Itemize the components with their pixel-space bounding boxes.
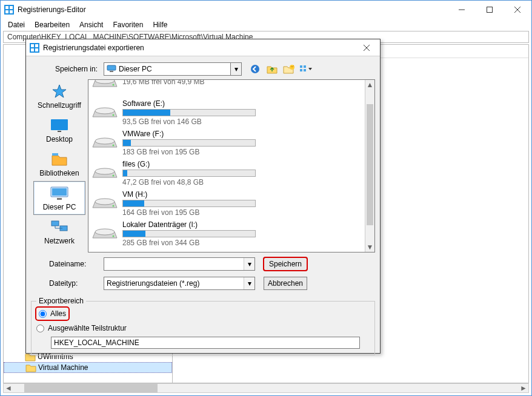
main-title: Registrierungs-Editor <box>18 5 86 14</box>
minimize-button[interactable] <box>448 1 476 19</box>
svg-rect-21 <box>304 65 306 68</box>
main-titlebar: Registrierungs-Editor <box>1 1 531 19</box>
filetype-combo[interactable]: Registrierungsdateien (*.reg) ▾ <box>104 277 255 290</box>
file-list[interactable]: 19,6 MB frei von 49,9 MBSoftware (E:)93,… <box>88 79 375 252</box>
desktop-icon <box>50 117 69 134</box>
menu-edit[interactable]: Bearbeiten <box>31 19 73 30</box>
sidebar-item-label: Desktop <box>46 135 73 144</box>
radio-all-label: Alles <box>50 309 66 318</box>
scroll-left-icon[interactable]: ◄ <box>4 384 13 392</box>
drive-icon <box>92 160 118 185</box>
svg-point-39 <box>113 175 115 177</box>
dialog-close-button[interactable] <box>353 39 380 56</box>
svg-point-41 <box>113 205 115 207</box>
save-button[interactable]: Speichern <box>264 257 307 271</box>
scroll-right-icon[interactable]: ► <box>519 384 528 392</box>
chevron-down-icon[interactable]: ▾ <box>244 277 254 289</box>
drive-free: 47,2 GB frei von 48,8 GB <box>122 178 256 186</box>
scroll-up-icon[interactable]: ▲ <box>365 80 374 90</box>
view-menu-icon[interactable] <box>300 63 312 75</box>
new-folder-icon[interactable] <box>283 63 295 75</box>
drive-row[interactable]: files (G:)47,2 GB frei von 48,8 GB <box>88 157 374 188</box>
drive-icon <box>92 79 118 94</box>
menu-help[interactable]: Hilfe <box>149 19 171 30</box>
regedit-icon <box>30 43 39 53</box>
tree-item-label: Virtual Machine <box>38 363 88 372</box>
svg-rect-13 <box>35 48 38 51</box>
export-range-group: Exportbereich Alles Ausgewählte Teilstru… <box>31 301 375 355</box>
svg-point-36 <box>95 138 115 144</box>
drive-row[interactable]: Lokaler Datenträger (I:)285 GB frei von … <box>88 218 374 248</box>
svg-rect-29 <box>57 198 62 200</box>
menubar: Datei Bearbeiten Ansicht Favoriten Hilfe <box>1 19 531 31</box>
sidebar-item-label: Dieser PC <box>43 203 76 211</box>
drive-row[interactable]: VM (H:)164 GB frei von 195 GB <box>88 188 374 218</box>
scroll-thumb[interactable] <box>24 384 158 392</box>
maximize-button[interactable] <box>476 1 504 19</box>
drive-name: files (G:) <box>122 160 256 168</box>
drive-row[interactable]: Software (E:)93,5 GB frei von 146 GB <box>88 97 374 127</box>
radio-selected-input[interactable] <box>36 325 44 332</box>
radio-all[interactable]: Alles <box>36 308 68 320</box>
export-dialog: Registrierungsdatei exportieren Speicher… <box>25 39 381 354</box>
svg-rect-25 <box>58 131 61 132</box>
sidebar-network[interactable]: Netzwerk <box>33 215 85 249</box>
drive-name: VMWare (F:) <box>122 130 256 138</box>
svg-point-32 <box>95 79 115 84</box>
thispc-icon <box>107 65 116 74</box>
sidebar-desktop[interactable]: Desktop <box>33 113 85 147</box>
sidebar-item-label: Schnellzugriff <box>38 101 81 110</box>
svg-rect-12 <box>31 48 34 51</box>
svg-rect-28 <box>52 188 67 196</box>
svg-rect-23 <box>304 69 306 71</box>
radio-selected[interactable]: Ausgewählte Teilstruktur <box>36 322 370 334</box>
svg-rect-4 <box>10 10 13 13</box>
chevron-down-icon[interactable]: ▾ <box>230 63 241 75</box>
filetype-label: Dateityp: <box>31 279 104 288</box>
chevron-down-icon[interactable]: ▾ <box>244 258 254 270</box>
sidebar-item-label: Netzwerk <box>44 237 75 245</box>
menu-favorites[interactable]: Favoriten <box>109 19 147 30</box>
close-button[interactable] <box>504 1 531 19</box>
menu-view[interactable]: Ansicht <box>76 19 107 30</box>
save-button-label: Speichern <box>269 260 302 268</box>
radio-selected-label: Ausgewählte Teilstruktur <box>48 324 127 332</box>
filename-input[interactable]: ▾ <box>104 257 255 271</box>
substructure-input[interactable] <box>51 337 360 349</box>
svg-point-33 <box>113 84 115 86</box>
regedit-icon <box>4 5 14 15</box>
usage-bar <box>122 200 256 207</box>
cancel-button[interactable]: Abbrechen <box>264 277 307 290</box>
sidebar-thispc[interactable]: Dieser PC <box>33 181 85 215</box>
thispc-icon <box>50 185 69 202</box>
scroll-down-icon[interactable]: ▼ <box>365 242 374 252</box>
scroll-thumb[interactable] <box>367 104 373 225</box>
svg-rect-2 <box>10 6 13 9</box>
radio-all-input[interactable] <box>39 310 47 318</box>
drive-icon <box>92 99 118 125</box>
menu-file[interactable]: Datei <box>4 19 28 30</box>
tree-item-virtual-machine[interactable]: Virtual Machine <box>4 362 172 373</box>
location-combo[interactable]: Dieser PC ▾ <box>104 62 242 76</box>
svg-rect-30 <box>52 221 59 226</box>
vertical-scrollbar[interactable]: ▲ ▼ <box>365 80 374 252</box>
sidebar-libraries[interactable]: Bibliotheken <box>33 147 85 181</box>
svg-point-42 <box>95 229 115 235</box>
svg-point-40 <box>95 199 115 205</box>
drive-row[interactable]: VMWare (F:)183 GB frei von 195 GB <box>88 127 374 157</box>
drive-icon <box>92 220 118 246</box>
sidebar-quickaccess[interactable]: Schnellzugriff <box>33 79 85 113</box>
network-icon <box>50 219 69 236</box>
horizontal-scrollbar[interactable]: ◄ ► <box>3 383 529 393</box>
svg-rect-11 <box>35 44 38 47</box>
drive-name: Lokaler Datenträger (I:) <box>122 220 256 229</box>
drive-icon <box>92 130 118 155</box>
svg-point-35 <box>113 114 115 116</box>
drive-row[interactable]: 19,6 MB frei von 49,9 MB <box>88 79 374 97</box>
svg-point-38 <box>95 168 115 174</box>
up-folder-icon[interactable] <box>266 63 278 75</box>
star-icon <box>50 83 69 100</box>
sidebar-item-label: Bibliotheken <box>39 169 79 177</box>
back-icon[interactable] <box>249 63 261 75</box>
drive-free: 183 GB frei von 195 GB <box>122 148 256 156</box>
